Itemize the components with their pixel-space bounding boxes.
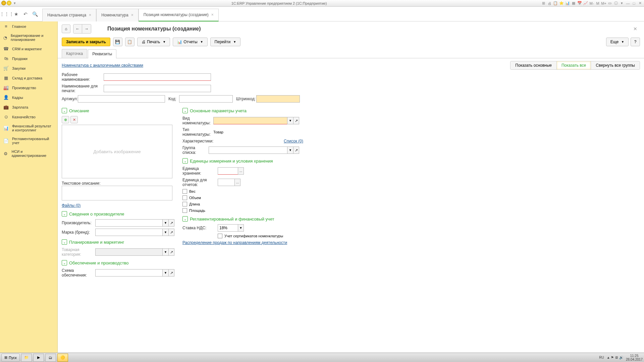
manufacturer-open[interactable]: ↗ bbox=[168, 219, 174, 227]
sidebar-item[interactable]: ⊙Казначейство bbox=[0, 112, 57, 122]
titlebar-icon[interactable]: □ bbox=[631, 1, 637, 6]
goto-button[interactable]: Перейти▼ bbox=[210, 38, 240, 46]
supply-dropdown[interactable]: ▼ bbox=[162, 269, 168, 277]
titlebar-icon[interactable]: M bbox=[595, 1, 600, 6]
barcode-input[interactable] bbox=[256, 95, 300, 103]
sales-distribution-link[interactable]: Распределение продаж по направлениям дея… bbox=[182, 240, 287, 245]
manufacturer-dropdown[interactable]: ▼ bbox=[162, 219, 168, 227]
manufacturer-input[interactable] bbox=[95, 219, 162, 227]
page-close-button[interactable]: ✕ bbox=[631, 25, 640, 33]
titlebar-icon[interactable]: ✕ bbox=[637, 1, 643, 6]
list-group-open[interactable]: ↗ bbox=[293, 146, 299, 154]
supply-open[interactable]: ↗ bbox=[168, 269, 174, 277]
sidebar-item[interactable]: 🏭Производство bbox=[0, 83, 57, 93]
sidebar-item[interactable]: ◔Бюджетирование и планирование bbox=[0, 31, 57, 44]
planning-toggle[interactable]: ⌄ bbox=[62, 239, 67, 245]
titlebar-icon[interactable]: ▾ bbox=[619, 1, 625, 6]
manufacturer-toggle[interactable]: ⌄ bbox=[62, 211, 67, 217]
main-params-toggle[interactable]: ⌄ bbox=[182, 108, 188, 113]
save-button[interactable]: 💾 bbox=[113, 38, 122, 46]
tab-card[interactable]: Карточка bbox=[62, 49, 87, 58]
similar-items-link[interactable]: Номенклатура с аналогичными свойствами bbox=[62, 63, 143, 68]
vat-dropdown[interactable]: ▼ bbox=[238, 224, 244, 232]
files-link[interactable]: Файлы (0) bbox=[62, 203, 80, 208]
titlebar-icon[interactable]: M+ bbox=[601, 1, 606, 6]
tab-close-icon[interactable]: × bbox=[131, 13, 133, 17]
titlebar-icon[interactable]: ⓘ bbox=[613, 1, 619, 6]
titlebar-icon[interactable]: ▭ bbox=[607, 1, 612, 6]
list-button[interactable]: 📋 bbox=[125, 38, 135, 46]
tab-requisites[interactable]: Реквизиты bbox=[88, 49, 116, 58]
menu-icon[interactable]: ▾ bbox=[12, 1, 17, 6]
titlebar-icon[interactable]: 📈 bbox=[583, 1, 588, 6]
more-button[interactable]: Еще▼ bbox=[606, 38, 629, 46]
volume-checkbox[interactable] bbox=[182, 195, 187, 200]
report-unit-select[interactable]: … bbox=[234, 179, 240, 186]
work-name-input[interactable] bbox=[104, 73, 211, 81]
brand-open[interactable]: ↗ bbox=[168, 229, 174, 236]
storage-unit-input[interactable] bbox=[218, 167, 238, 175]
sidebar-item[interactable]: 👤Кадры bbox=[0, 93, 57, 102]
titlebar-icon[interactable]: 📋 bbox=[553, 1, 558, 6]
storage-unit-select[interactable]: … bbox=[238, 167, 244, 175]
sidebar-item[interactable]: ▦Склад и доставка bbox=[0, 73, 57, 83]
supply-toggle[interactable]: ⌄ bbox=[62, 260, 67, 265]
desc-toggle[interactable]: ⌄ bbox=[62, 108, 67, 113]
kind-dropdown[interactable]: ▼ bbox=[287, 117, 293, 124]
titlebar-icon[interactable]: ⊞ bbox=[541, 1, 546, 6]
help-button[interactable]: ? bbox=[631, 38, 640, 46]
characteristics-link[interactable]: Список (0) bbox=[284, 139, 303, 143]
vat-input[interactable] bbox=[218, 224, 238, 232]
titlebar-icon[interactable]: M- bbox=[589, 1, 594, 6]
titlebar-icon[interactable]: 📊 bbox=[565, 1, 570, 6]
units-toggle[interactable]: ⌄ bbox=[182, 158, 188, 164]
sidebar-item[interactable]: 💼Зарплата bbox=[0, 102, 57, 112]
sidebar-item[interactable]: ⚙НСИ и администрирование bbox=[0, 147, 57, 160]
category-open[interactable]: ↗ bbox=[168, 248, 174, 256]
kind-open[interactable]: ↗ bbox=[293, 117, 299, 124]
collapse-all-button[interactable]: Свернуть все группы bbox=[591, 61, 640, 69]
titlebar-icon[interactable]: — bbox=[625, 1, 631, 6]
weight-checkbox[interactable] bbox=[182, 189, 187, 194]
image-dropzone[interactable]: Добавить изображение bbox=[62, 125, 172, 178]
code-input[interactable] bbox=[179, 95, 233, 103]
reports-button[interactable]: 📊Отчеты▼ bbox=[173, 38, 207, 46]
sidebar-item[interactable]: 📄Регламентированный учет bbox=[0, 134, 57, 147]
print-name-input[interactable] bbox=[104, 85, 211, 92]
sidebar-item[interactable]: 🛒Закупки bbox=[0, 63, 57, 73]
print-button[interactable]: 🖨Печать▼ bbox=[137, 38, 170, 46]
apps-icon[interactable]: ⋮⋮⋮ bbox=[2, 9, 11, 19]
app-icon[interactable] bbox=[1, 1, 6, 5]
show-all-button[interactable]: Показать все bbox=[557, 61, 591, 69]
add-image-button[interactable]: ⊕ bbox=[62, 116, 69, 123]
save-close-button[interactable]: Записать и закрыть bbox=[62, 38, 110, 46]
history-icon[interactable]: ↶ bbox=[21, 9, 30, 19]
length-checkbox[interactable] bbox=[182, 202, 187, 206]
titlebar-icon[interactable]: ⭐ bbox=[559, 1, 564, 6]
area-checkbox[interactable] bbox=[182, 208, 187, 213]
category-dropdown[interactable]: ▼ bbox=[162, 248, 168, 256]
remove-image-button[interactable]: ✕ bbox=[70, 116, 78, 123]
report-unit-input[interactable] bbox=[218, 179, 234, 186]
search-icon[interactable]: 🔍 bbox=[30, 9, 40, 19]
kind-input[interactable] bbox=[213, 117, 287, 124]
tab[interactable]: Номенклатура× bbox=[96, 9, 139, 21]
home-button[interactable]: ⌂ bbox=[62, 24, 70, 33]
sidebar-item[interactable]: 🛍Продажи bbox=[0, 54, 57, 63]
forward-button[interactable]: → bbox=[82, 24, 91, 33]
star-icon[interactable]: ★ bbox=[11, 9, 21, 19]
cert-checkbox[interactable] bbox=[218, 234, 222, 238]
finance-toggle[interactable]: ⌄ bbox=[182, 216, 188, 222]
supply-input[interactable] bbox=[95, 269, 162, 277]
list-group-dropdown[interactable]: ▼ bbox=[287, 146, 293, 154]
sidebar-item[interactable]: 📊Финансовый результат и контроллинг bbox=[0, 122, 57, 134]
tab-close-icon[interactable]: × bbox=[89, 13, 91, 17]
dropdown-icon[interactable] bbox=[7, 1, 11, 5]
sidebar-item[interactable]: ☎CRM и маркетинг bbox=[0, 44, 57, 54]
list-group-input[interactable] bbox=[209, 146, 287, 154]
titlebar-icon[interactable]: 📅 bbox=[577, 1, 582, 6]
article-input[interactable] bbox=[78, 95, 165, 103]
titlebar-icon[interactable]: ▦ bbox=[571, 1, 576, 6]
tab[interactable]: Позиция номенклатуры (создание)× bbox=[139, 9, 219, 21]
back-button[interactable]: ← bbox=[73, 24, 82, 33]
